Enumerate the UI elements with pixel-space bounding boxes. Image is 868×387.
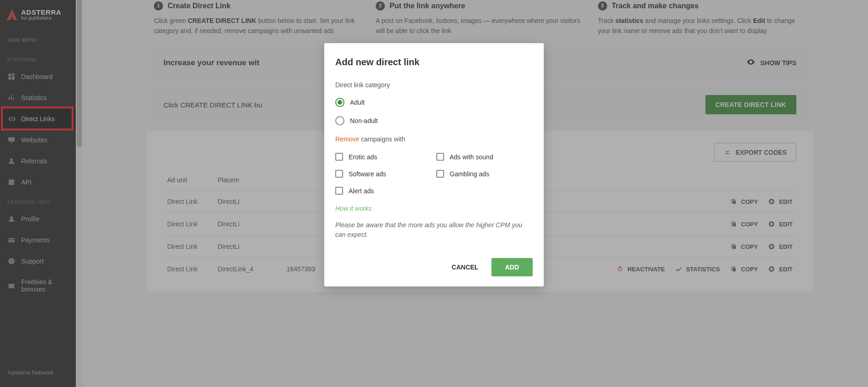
checkbox-icon	[335, 170, 343, 178]
modal-overlay[interactable]: Add new direct link Direct link category…	[0, 0, 868, 387]
checkbox-icon	[436, 170, 444, 178]
cpm-note: Please be aware that the more ads you al…	[335, 220, 533, 240]
check-software[interactable]: Software ads	[335, 170, 432, 178]
modal-title: Add new direct link	[335, 57, 533, 67]
radio-icon	[335, 116, 344, 125]
checkbox-icon	[335, 187, 343, 195]
add-direct-link-modal: Add new direct link Direct link category…	[324, 43, 544, 286]
radio-icon	[335, 98, 344, 107]
checkbox-icon	[335, 153, 343, 161]
check-gambling[interactable]: Gambling ads	[436, 170, 533, 178]
category-label: Direct link category	[335, 81, 533, 89]
how-it-works-link[interactable]: How it works	[335, 205, 533, 212]
check-sound[interactable]: Ads with sound	[436, 153, 533, 161]
add-button[interactable]: ADD	[491, 258, 533, 276]
cancel-button[interactable]: CANCEL	[443, 258, 486, 276]
remove-campaigns-label: Remove campaigns with	[335, 135, 533, 143]
check-erotic[interactable]: Erotic ads	[335, 153, 432, 161]
check-alert[interactable]: Alert ads	[335, 187, 432, 195]
checkbox-icon	[436, 153, 444, 161]
radio-adult[interactable]: Adult	[335, 98, 533, 107]
radio-non-adult[interactable]: Non-adult	[335, 116, 533, 125]
